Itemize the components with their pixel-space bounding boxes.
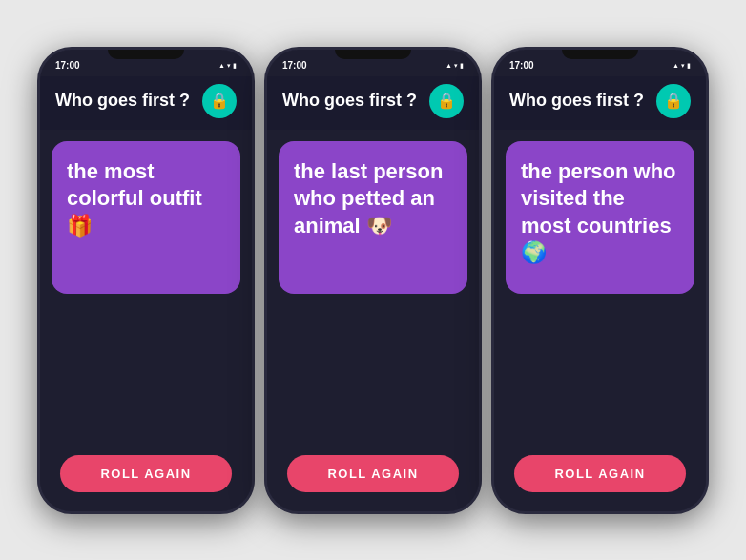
app-header-1: Who goes first ? 🔒	[40, 76, 252, 130]
lock-icon-1: 🔒	[210, 92, 229, 110]
app-title-1: Who goes first ?	[55, 91, 190, 111]
prompt-card-3[interactable]: the person who visited the most countrie…	[506, 141, 694, 294]
app-header-2: Who goes first ? 🔒	[267, 76, 479, 130]
signal-icon-2: ▲	[446, 62, 452, 69]
wifi-icon-1: ▾	[227, 62, 231, 70]
card-area-1: the most colorful outfit 🎁	[40, 130, 252, 444]
prompt-text-3: the person who visited the most countrie…	[521, 158, 679, 267]
prompt-card-1[interactable]: the most colorful outfit 🎁	[52, 141, 240, 294]
prompt-card-2[interactable]: the last person who petted an animal 🐶	[279, 141, 467, 294]
roll-button-1[interactable]: ROLL AGAIN	[60, 455, 232, 492]
app-header-3: Who goes first ? 🔒	[494, 76, 706, 130]
status-icons-2: ▲ ▾ ▮	[446, 62, 464, 70]
header-icon-2[interactable]: 🔒	[429, 84, 464, 118]
lock-icon-3: 🔒	[664, 92, 683, 110]
roll-button-2[interactable]: ROLL AGAIN	[287, 455, 459, 492]
battery-icon-3: ▮	[687, 62, 691, 70]
status-time-2: 17:00	[282, 60, 307, 71]
battery-icon-2: ▮	[460, 62, 464, 70]
status-time-3: 17:00	[509, 60, 534, 71]
bottom-area-2: ROLL AGAIN	[267, 444, 479, 511]
status-bar-1: 17:00 ▲ ▾ ▮	[40, 50, 252, 76]
bottom-area-3: ROLL AGAIN	[494, 444, 706, 511]
card-area-2: the last person who petted an animal 🐶	[267, 130, 479, 444]
wifi-icon-3: ▾	[681, 62, 685, 70]
prompt-text-2: the last person who petted an animal 🐶	[294, 158, 452, 240]
phone-3: 17:00 ▲ ▾ ▮ Who goes first ? 🔒 the perso…	[491, 47, 709, 514]
bottom-area-1: ROLL AGAIN	[40, 444, 252, 511]
app-title-3: Who goes first ?	[509, 91, 644, 111]
app-title-2: Who goes first ?	[282, 91, 417, 111]
status-time-1: 17:00	[55, 60, 80, 71]
signal-icon-3: ▲	[673, 62, 679, 69]
wifi-icon-2: ▾	[454, 62, 458, 70]
status-icons-1: ▲ ▾ ▮	[218, 62, 237, 70]
status-bar-3: 17:00 ▲ ▾ ▮	[494, 50, 706, 76]
header-icon-3[interactable]: 🔒	[656, 84, 691, 118]
prompt-text-1: the most colorful outfit 🎁	[67, 158, 225, 240]
battery-icon-1: ▮	[233, 62, 237, 70]
roll-button-3[interactable]: ROLL AGAIN	[514, 455, 686, 492]
header-icon-1[interactable]: 🔒	[202, 84, 237, 118]
phone-1: 17:00 ▲ ▾ ▮ Who goes first ? 🔒 the most …	[37, 47, 255, 514]
phone-2: 17:00 ▲ ▾ ▮ Who goes first ? 🔒 the last …	[264, 47, 482, 514]
status-bar-2: 17:00 ▲ ▾ ▮	[267, 50, 479, 76]
card-area-3: the person who visited the most countrie…	[494, 130, 706, 444]
lock-icon-2: 🔒	[437, 92, 456, 110]
signal-icon-1: ▲	[218, 62, 225, 69]
status-icons-3: ▲ ▾ ▮	[673, 62, 691, 70]
phones-container: 17:00 ▲ ▾ ▮ Who goes first ? 🔒 the most …	[28, 37, 718, 524]
